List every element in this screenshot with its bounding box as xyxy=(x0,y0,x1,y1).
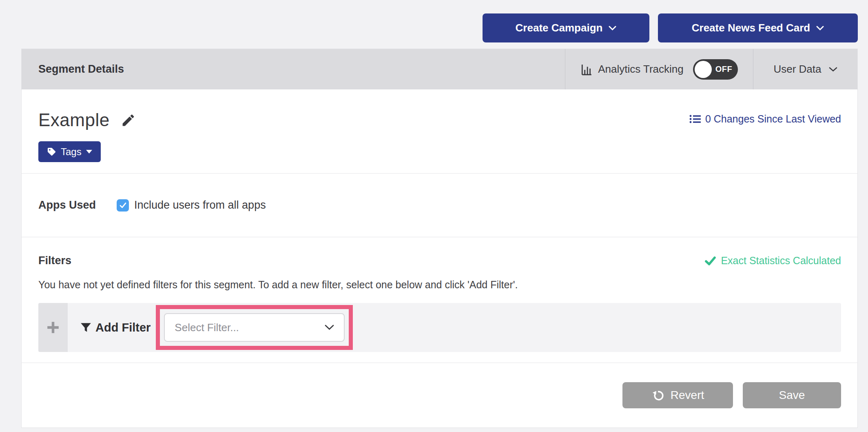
select-filter-highlight: Select Filter... xyxy=(156,305,353,350)
revert-icon xyxy=(651,389,664,401)
caret-down-icon xyxy=(86,150,92,154)
segment-name: Example xyxy=(38,110,110,130)
add-filter-plus-button[interactable] xyxy=(38,303,68,352)
add-filter-label: Add Filter xyxy=(80,321,151,334)
plus-icon xyxy=(46,321,60,334)
check-icon xyxy=(119,202,127,209)
changes-since-last-viewed-link[interactable]: 0 Changes Since Last Viewed xyxy=(689,113,841,125)
filters-section: Filters Exact Statistics Calculated You … xyxy=(22,237,857,363)
select-filter-placeholder: Select Filter... xyxy=(175,321,239,334)
analytics-tracking-section: Analytics Tracking OFF xyxy=(565,49,753,89)
add-filter-row: Add Filter Select Filter... xyxy=(38,303,841,352)
revert-button[interactable]: Revert xyxy=(622,382,733,408)
chevron-down-icon xyxy=(609,26,616,31)
select-filter-dropdown[interactable]: Select Filter... xyxy=(164,313,345,342)
segment-details-card: Segment Details Analytics Tracking OFF U… xyxy=(21,49,858,428)
analytics-tracking-toggle[interactable]: OFF xyxy=(693,59,738,80)
create-campaign-button[interactable]: Create Campaign xyxy=(483,13,649,42)
apps-used-label: Apps Used xyxy=(38,199,117,212)
card-header: Segment Details Analytics Tracking OFF U… xyxy=(22,49,857,89)
apps-used-section: Apps Used Include users from all apps xyxy=(22,174,857,237)
analytics-tracking-label: Analytics Tracking xyxy=(598,63,684,76)
toggle-state-label: OFF xyxy=(715,65,733,74)
bar-chart-icon xyxy=(580,63,593,76)
create-news-feed-card-button[interactable]: Create News Feed Card xyxy=(658,13,858,42)
revert-button-label: Revert xyxy=(671,389,704,402)
exact-statistics-status: Exact Statistics Calculated xyxy=(705,255,841,267)
tags-button-label: Tags xyxy=(61,146,82,158)
include-all-apps-label: Include users from all apps xyxy=(134,199,266,212)
segment-title-section: Example 0 Changes Since Last Viewed Tag xyxy=(22,89,857,173)
changes-list-icon xyxy=(689,114,701,124)
user-data-dropdown[interactable]: User Data xyxy=(753,49,857,89)
pencil-icon xyxy=(121,113,136,128)
checkbox-checked[interactable] xyxy=(117,199,129,212)
create-news-feed-card-label: Create News Feed Card xyxy=(692,22,810,34)
add-filter-text: Add Filter xyxy=(95,321,151,334)
chevron-down-icon xyxy=(325,325,334,330)
toggle-knob xyxy=(695,61,712,78)
create-campaign-label: Create Campaign xyxy=(516,22,603,34)
filters-description: You have not yet defined filters for thi… xyxy=(38,279,518,291)
chevron-down-icon xyxy=(816,26,824,31)
tags-button[interactable]: Tags xyxy=(38,141,101,162)
page-title: Segment Details xyxy=(22,49,565,89)
card-footer: Revert Save xyxy=(22,363,857,427)
tag-icon xyxy=(47,147,56,156)
include-all-apps-checkbox[interactable]: Include users from all apps xyxy=(117,199,266,212)
save-button-label: Save xyxy=(779,389,805,402)
exact-statistics-label: Exact Statistics Calculated xyxy=(721,255,841,267)
save-button[interactable]: Save xyxy=(743,382,841,408)
user-data-label: User Data xyxy=(773,63,821,76)
changes-link-label: 0 Changes Since Last Viewed xyxy=(705,113,841,125)
check-icon xyxy=(705,256,716,265)
edit-name-button[interactable] xyxy=(121,113,136,128)
filters-title: Filters xyxy=(38,254,71,267)
chevron-down-icon xyxy=(829,67,837,72)
funnel-icon xyxy=(80,322,91,333)
top-actions: Create Campaign Create News Feed Card xyxy=(483,13,858,42)
